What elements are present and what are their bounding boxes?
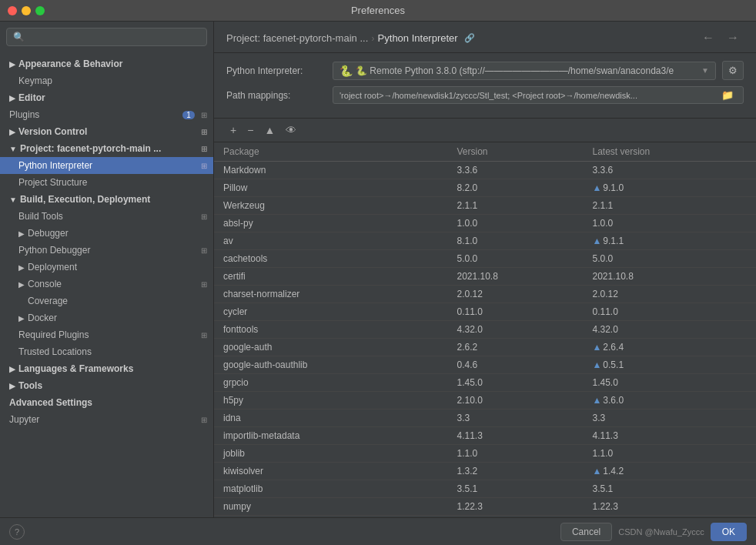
interpreter-value-field[interactable]: 🐍 🐍 Remote Python 3.8.0 (sftp://————————… <box>333 62 716 80</box>
table-row[interactable]: cycler0.11.00.11.0 <box>214 303 756 321</box>
jupyter-icon: ⊞ <box>201 416 207 424</box>
sidebar-item-languages[interactable]: ▶ Languages & Frameworks <box>0 360 213 377</box>
chevron-right-icon: ▶ <box>9 60 15 69</box>
package-version: 8.2.0 <box>447 179 583 197</box>
sidebar-item-project[interactable]: ▼ Project: facenet-pytorch-main ... ⊞ <box>0 140 213 157</box>
plugin-icon: ⊞ <box>201 111 207 119</box>
sidebar-item-version-control[interactable]: ▶ Version Control ⊞ <box>0 123 213 140</box>
col-version: Version <box>447 142 583 162</box>
sidebar-item-deployment[interactable]: ▶ Deployment <box>0 259 213 276</box>
path-folder-button[interactable]: 📁 <box>718 89 737 101</box>
table-row[interactable]: charset-normalizer2.0.122.0.12 <box>214 286 756 303</box>
upgrade-package-button[interactable]: ▲ <box>260 123 279 137</box>
sidebar-item-tools[interactable]: ▶ Tools <box>0 377 213 394</box>
search-icon: 🔍 <box>13 32 25 42</box>
sidebar-item-keymap[interactable]: Keymap <box>0 72 213 89</box>
table-row[interactable]: cachetools5.0.05.0.0 <box>214 250 756 268</box>
sidebar-list: ▶ Appearance & Behavior Keymap ▶ Editor … <box>0 52 213 517</box>
cancel-button[interactable]: Cancel <box>560 523 612 541</box>
table-row[interactable]: numpy1.22.31.22.3 <box>214 498 756 516</box>
remove-package-button[interactable]: − <box>243 123 257 137</box>
table-row[interactable]: av8.1.0▲9.1.1 <box>214 232 756 250</box>
title-bar: Preferences <box>0 0 756 22</box>
show-outdated-button[interactable]: 👁 <box>282 123 300 137</box>
interpreter-gear-button[interactable]: ⚙ <box>722 61 744 80</box>
package-latest: ▲9.1.1 <box>583 232 756 250</box>
breadcrumb-separator: › <box>371 32 374 44</box>
table-row[interactable]: fonttools4.32.04.32.0 <box>214 321 756 339</box>
add-package-button[interactable]: + <box>226 123 240 137</box>
minimize-button[interactable] <box>22 6 31 15</box>
chevron-right-icon: ▶ <box>18 229 25 238</box>
sidebar-item-required-plugins[interactable]: Required Plugins ⊞ <box>0 326 213 343</box>
package-latest: 1.1.0 <box>583 445 756 463</box>
path-mappings-field[interactable]: 'roject root>→/home/newdisk1/zyccc/Stl_t… <box>333 86 744 104</box>
sidebar-item-build-exec[interactable]: ▼ Build, Execution, Deployment <box>0 191 213 208</box>
table-row[interactable]: certifi2021.10.82021.10.8 <box>214 268 756 286</box>
path-mappings-label: Path mappings: <box>226 90 326 101</box>
chevron-right-icon: ▶ <box>18 280 25 289</box>
package-toolbar: + − ▲ 👁 <box>214 119 756 142</box>
breadcrumb-current: Python Interpreter <box>378 32 458 44</box>
main-container: 🔍 ▶ Appearance & Behavior Keymap ▶ Edito… <box>0 22 756 517</box>
package-version: 2.10.0 <box>447 392 583 410</box>
package-version: 1.1.0 <box>447 445 583 463</box>
build-tools-icon: ⊞ <box>201 212 207 221</box>
nav-forward-button[interactable]: → <box>722 29 744 46</box>
close-button[interactable] <box>8 6 17 15</box>
maximize-button[interactable] <box>35 6 45 15</box>
nav-back-button[interactable]: ← <box>697 29 719 46</box>
package-version: 4.11.3 <box>447 427 583 445</box>
search-input[interactable] <box>28 32 200 42</box>
sidebar-item-debugger[interactable]: ▶ Debugger <box>0 225 213 242</box>
table-row[interactable]: google-auth2.6.2▲2.6.4 <box>214 339 756 356</box>
package-latest: 3.3 <box>583 410 756 427</box>
table-row[interactable]: Werkzeug2.1.12.1.1 <box>214 197 756 215</box>
package-name: google-auth-oauthlib <box>214 356 447 374</box>
table-row[interactable]: grpcio1.45.01.45.0 <box>214 374 756 392</box>
python-dbg-icon: ⊞ <box>201 246 207 255</box>
package-name: importlib-metadata <box>214 427 447 445</box>
help-button[interactable]: ? <box>9 524 25 540</box>
search-box[interactable]: 🔍 <box>6 28 207 46</box>
sidebar-item-editor[interactable]: ▶ Editor <box>0 89 213 106</box>
package-version: 1.3.2 <box>447 463 583 480</box>
ok-button[interactable]: OK <box>711 523 747 541</box>
sidebar: 🔍 ▶ Appearance & Behavior Keymap ▶ Edito… <box>0 22 214 517</box>
table-row[interactable]: absl-py1.0.01.0.0 <box>214 215 756 232</box>
settings-area: Python Interpreter: 🐍 🐍 Remote Python 3.… <box>214 53 756 119</box>
table-row[interactable]: google-auth-oauthlib0.4.6▲0.5.1 <box>214 356 756 374</box>
sidebar-item-plugins[interactable]: Plugins 1 ⊞ <box>0 106 213 123</box>
content-panel: Project: facenet-pytorch-main ... › Pyth… <box>214 22 756 517</box>
table-row[interactable]: idna3.33.3 <box>214 410 756 427</box>
package-version: 3.3.6 <box>447 162 583 179</box>
package-name: google-auth <box>214 339 447 356</box>
package-version: 4.32.0 <box>447 321 583 339</box>
sidebar-item-trusted-locations[interactable]: Trusted Locations <box>0 343 213 360</box>
sidebar-item-python-interpreter[interactable]: Python Interpreter ⊞ <box>0 157 213 174</box>
sidebar-item-python-debugger[interactable]: Python Debugger ⊞ <box>0 242 213 259</box>
sidebar-item-appearance[interactable]: ▶ Appearance & Behavior <box>0 55 213 72</box>
sidebar-item-docker[interactable]: ▶ Docker <box>0 309 213 326</box>
table-row[interactable]: matplotlib3.5.13.5.1 <box>214 480 756 498</box>
table-row[interactable]: Markdown3.3.63.3.6 <box>214 162 756 179</box>
update-arrow-icon: ▲ <box>592 395 601 406</box>
sidebar-item-advanced-settings[interactable]: Advanced Settings <box>0 394 213 411</box>
package-version: 1.0.0 <box>447 215 583 232</box>
sidebar-item-console[interactable]: ▶ Console ⊞ <box>0 276 213 293</box>
sidebar-item-project-structure[interactable]: Project Structure <box>0 174 213 191</box>
update-arrow-icon: ▲ <box>592 236 601 246</box>
table-row[interactable]: Pillow8.2.0▲9.1.0 <box>214 179 756 197</box>
package-name: certifi <box>214 268 447 286</box>
interpreter-row: Python Interpreter: 🐍 🐍 Remote Python 3.… <box>226 61 744 80</box>
sidebar-item-build-tools[interactable]: Build Tools ⊞ <box>0 208 213 225</box>
package-name: fonttools <box>214 321 447 339</box>
table-row[interactable]: importlib-metadata4.11.34.11.3 <box>214 427 756 445</box>
table-row[interactable]: joblib1.1.01.1.0 <box>214 445 756 463</box>
sidebar-item-coverage[interactable]: Coverage <box>0 293 213 309</box>
package-latest: 3.3.6 <box>583 162 756 179</box>
table-row[interactable]: kiwisolver1.3.2▲1.4.2 <box>214 463 756 480</box>
sidebar-item-jupyter[interactable]: Jupyter ⊞ <box>0 411 213 428</box>
breadcrumb-icon: 🔗 <box>464 33 475 43</box>
table-row[interactable]: h5py2.10.0▲3.6.0 <box>214 392 756 410</box>
